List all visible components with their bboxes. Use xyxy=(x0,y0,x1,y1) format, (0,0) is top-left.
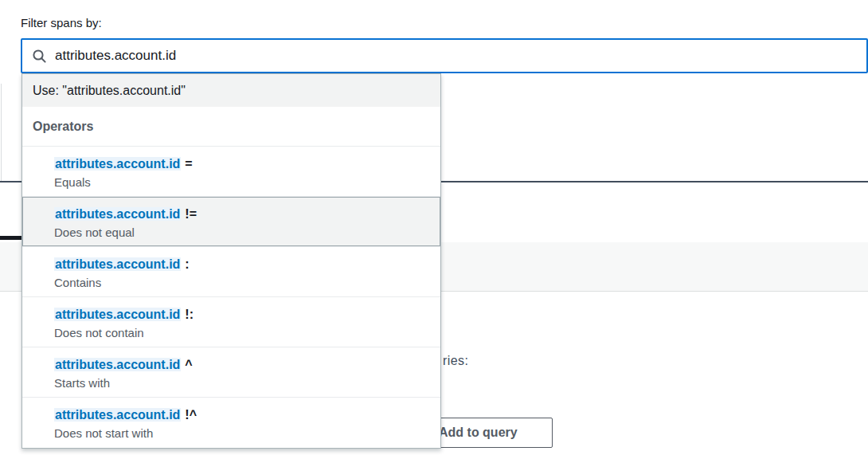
use-current-text-option[interactable]: Use: "attributes.account.id" xyxy=(22,74,440,107)
background-text-fragment: ries: xyxy=(443,354,468,368)
option-operator: !: xyxy=(185,308,194,321)
suggestions-dropdown: Use: "attributes.account.id" Operators a… xyxy=(22,73,441,449)
option-description: Does not start with xyxy=(54,425,431,442)
filter-spans-label: Filter spans by: xyxy=(21,16,102,29)
option-attribute: attributes.account.id xyxy=(54,157,181,171)
option-operator: = xyxy=(185,157,192,171)
operator-option[interactable]: attributes.account.id!^ Does not start w… xyxy=(22,398,440,448)
option-title: attributes.account.id^ xyxy=(54,355,431,374)
option-operator: : xyxy=(185,257,189,271)
option-operator: ^ xyxy=(185,358,192,371)
option-operator: !^ xyxy=(185,408,197,422)
page: { "filter_label": "Filter spans by:", "s… xyxy=(0,0,868,459)
option-operator: != xyxy=(185,207,197,221)
option-description: Contains xyxy=(54,274,431,292)
span-filter-input[interactable] xyxy=(55,48,772,64)
option-title: attributes.account.id= xyxy=(54,155,431,173)
option-attribute: attributes.account.id xyxy=(54,358,181,371)
operators-group-label: Operators xyxy=(22,107,440,147)
option-attribute: attributes.account.id xyxy=(54,257,181,271)
option-description: Starts with xyxy=(54,375,431,392)
option-attribute: attributes.account.id xyxy=(54,308,181,321)
operator-list: attributes.account.id= Equals attributes… xyxy=(22,147,440,448)
option-description: Does not contain xyxy=(54,324,431,342)
option-attribute: attributes.account.id xyxy=(54,408,181,422)
span-filter-search-box[interactable] xyxy=(21,38,868,73)
option-attribute: attributes.account.id xyxy=(54,207,181,221)
active-tab-indicator xyxy=(0,236,24,240)
option-title: attributes.account.id!: xyxy=(54,305,431,324)
option-title: attributes.account.id!= xyxy=(54,205,431,223)
operator-option[interactable]: attributes.account.id!: Does not contain xyxy=(22,297,440,347)
query-editor-left-border xyxy=(1,84,2,181)
operator-option[interactable]: attributes.account.id= Equals xyxy=(22,147,440,197)
option-description: Equals xyxy=(54,174,431,191)
operator-option[interactable]: attributes.account.id^ Starts with xyxy=(22,347,440,398)
option-description: Does not equal xyxy=(54,224,431,241)
operator-option[interactable]: attributes.account.id!= Does not equal xyxy=(22,197,440,247)
operator-option[interactable]: attributes.account.id: Contains xyxy=(22,247,440,297)
search-icon xyxy=(32,49,47,64)
option-title: attributes.account.id!^ xyxy=(54,406,431,424)
option-title: attributes.account.id: xyxy=(54,255,431,273)
